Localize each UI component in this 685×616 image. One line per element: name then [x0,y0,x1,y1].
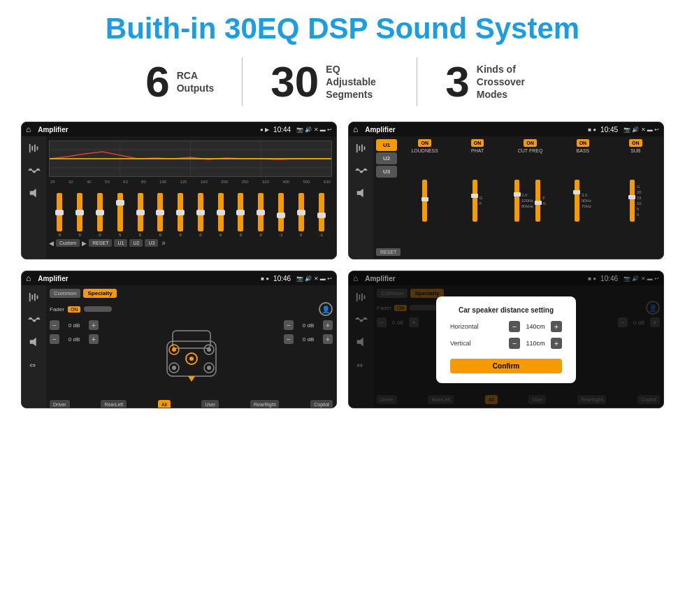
fader-speaker-icon[interactable] [26,336,43,348]
eq-slider-3[interactable]: 0 [97,193,103,237]
eq-prev-btn[interactable]: ◀ [49,240,54,247]
bass-v-slider[interactable] [575,180,579,222]
crossover-channels: ON LOUDNESS ON PHAT [400,139,661,245]
fader-db4-minus[interactable]: − [284,334,294,344]
fader-rearleft-btn[interactable]: RearLeft [101,400,127,408]
fader-person-icon[interactable]: 👤 [319,302,333,316]
fader-filter-icon[interactable] [26,291,43,303]
confirm-button[interactable]: Confirm [450,359,562,373]
sub-label: SUB [630,148,640,153]
eq-slider-2[interactable]: 0 [77,193,82,237]
fader-tab-specialty[interactable]: Specialty [83,289,116,298]
bass-on-btn[interactable]: ON [577,139,590,147]
crossover-home-icon[interactable]: ⌂ [353,124,358,134]
eq-slider-10[interactable]: 0 [238,193,243,237]
eq-reset-btn[interactable]: RESET [89,239,112,247]
svg-rect-13 [361,145,363,152]
crossover-wave-icon[interactable] [353,164,370,177]
eq-filter-icon[interactable] [26,142,43,155]
crossover-u1-btn[interactable]: U1 [376,139,397,151]
eq-slider-11[interactable]: 0 [258,193,264,237]
fader-db3-plus[interactable]: + [323,320,333,330]
eq-slider-7[interactable]: 0 [178,193,183,237]
fader-user-btn[interactable]: User [201,400,219,408]
eq-custom-btn[interactable]: Custom [56,239,80,247]
horizontal-row: Horizontal − 140cm + [450,321,562,332]
cutfreq-slider: 3.0100Hz80kHz FG [514,156,546,245]
vertical-plus-btn[interactable]: + [551,338,562,349]
channel-bass: ON BASS 3.090Hz70Hz [558,139,607,245]
loudness-v-slider[interactable] [422,180,427,222]
stats-row: 6 RCA Outputs 30 EQ Adjustable Segments … [21,57,664,106]
eq-more-icon[interactable]: » [161,239,166,247]
svg-rect-18 [34,294,36,301]
svg-rect-19 [36,295,38,299]
crossover-u3-btn[interactable]: U3 [376,166,397,178]
eq-u1-btn[interactable]: U1 [114,239,127,247]
eq-next-btn[interactable]: ▶ [82,240,87,247]
vertical-label: Vertical [450,340,471,347]
cutfreq-on-btn[interactable]: ON [524,139,537,147]
fader-db4-val: 0 dB [296,336,321,343]
fader-db4-plus[interactable]: + [323,334,333,344]
fader-home-icon[interactable]: ⌂ [26,273,31,283]
eq-speaker-icon[interactable] [26,187,43,199]
sub-v-slider[interactable] [630,180,635,222]
crossover-u2-btn[interactable]: U2 [376,152,397,164]
cutfreq-v-slider2[interactable] [535,180,540,222]
svg-marker-15 [356,189,363,198]
fader-all-btn[interactable]: All [158,400,171,408]
fader-db3-minus[interactable]: − [284,320,294,330]
fader-db1-minus[interactable]: − [50,320,59,330]
svg-marker-20 [29,338,36,347]
eq-home-icon[interactable]: ⌂ [26,124,31,134]
phat-on-btn[interactable]: ON [471,139,484,147]
eq-wave-icon[interactable] [26,164,43,177]
horizontal-plus-btn[interactable]: + [551,321,562,332]
eq-graph [49,141,332,177]
sub-on-btn[interactable]: ON [629,139,642,147]
eq-slider-1[interactable]: 0 [57,193,62,237]
eq-slider-14[interactable]: -1 [319,193,324,237]
fader-db2-plus[interactable]: + [89,334,99,344]
svg-point-33 [189,357,194,361]
phat-v-slider[interactable] [473,180,477,222]
fader-controls: − 0 dB + − 0 dB + [50,320,333,397]
fader-horiz-slider[interactable] [84,306,112,312]
fader-driver-btn[interactable]: Driver [50,400,70,408]
phat-label: PHAT [471,148,484,153]
fader-arrows-icon[interactable]: ⇔ [26,358,43,371]
cutfreq-v-slider[interactable] [514,180,519,222]
fader-db1-plus[interactable]: + [89,320,99,330]
svg-rect-3 [36,146,38,150]
fader-copilot-btn[interactable]: Copilot [310,400,333,408]
eq-u2-btn[interactable]: U2 [129,239,143,247]
crossover-filter-icon[interactable] [353,142,370,155]
eq-slider-5[interactable]: 0 [138,193,143,237]
loudness-on-btn[interactable]: ON [418,139,431,147]
fader-tab-common[interactable]: Common [50,289,80,298]
eq-slider-6[interactable]: 0 [157,193,163,237]
eq-slider-8[interactable]: 0 [198,193,203,237]
crossover-rows: U1 U2 U3 ON LOUDNESS [376,139,661,245]
eq-slider-12[interactable]: -1 [278,193,284,237]
bass-vals: 3.090Hz70Hz [582,193,591,208]
fader-db2-minus[interactable]: − [50,334,59,344]
eq-slider-4[interactable]: 5 [117,193,123,237]
fader-wave-icon[interactable] [26,313,43,326]
vertical-minus-btn[interactable]: − [509,338,520,349]
eq-u3-btn[interactable]: U3 [145,239,158,247]
crossover-dot-icons: ■ ● [588,127,596,133]
eq-slider-9[interactable]: 0 [218,193,224,237]
crossover-speaker-icon[interactable] [353,187,370,199]
fader-rearright-btn[interactable]: RearRight [250,400,280,408]
fader-on-badge[interactable]: ON [68,306,81,313]
crossover-reset-btn[interactable]: RESET [376,248,401,256]
stat-crossover-number: 3 [445,60,469,103]
eq-bottom-bar: ◀ Custom ▶ RESET U1 U2 U3 » [49,239,332,247]
fader-right-db-controls: − 0 dB + − 0 dB + [284,320,333,397]
eq-slider-13[interactable]: 0 [298,193,304,237]
svg-rect-12 [359,146,360,151]
horizontal-minus-btn[interactable]: − [509,321,520,332]
stat-rca-number: 6 [145,60,169,103]
